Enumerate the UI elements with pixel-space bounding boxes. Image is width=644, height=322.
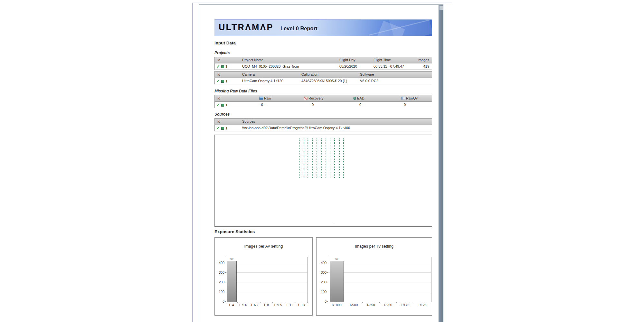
green-square-icon [221,127,224,130]
check-icon: ✓ [216,102,220,107]
chart-gridline [226,263,307,263]
flight-line [317,138,317,178]
y-axis-tick [225,282,226,282]
projects-table-header: Id Project Name Flight Day Flight Time I… [215,57,432,63]
chart-gridline [226,292,307,292]
ead-label: EAD [357,96,365,100]
tv-setting-chart: Images per Tv setting01002003004001/1000… [316,237,432,316]
col-header-ead: EAD [353,95,365,101]
subsection-sources: Sources [214,112,230,117]
y-axis-tick-label: 0 [318,299,327,303]
col-header-calibration: Calibration [301,71,318,78]
projects-table: Id Project Name Flight Day Flight Time I… [214,57,432,70]
bar-value-label: 419 [328,258,345,260]
flight-line [343,138,344,178]
chart-title: Images per Tv setting [317,244,432,249]
y-axis-tick-label: 300 [318,270,327,274]
camera-table: Id Camera Calibration Software ✓1 UltraC… [214,71,432,84]
x-axis-tick-label: 1/175 [396,303,413,307]
software-version: V6.0.0 RC2 [360,78,378,84]
y-axis-tick [327,263,328,263]
rawqv-icon [401,97,405,100]
col-header-recovery: Recovery [304,95,323,101]
bar [227,261,237,302]
x-axis-tick [431,302,431,303]
raw-label: Raw [264,96,271,100]
vertical-scrollbar[interactable] [439,5,443,322]
col-header-day: Flight Day [339,57,355,63]
flight-line [312,138,313,178]
green-square-icon [221,104,224,107]
check-icon: ✓ [216,126,220,130]
flight-day: 08/20/2020 [339,63,357,70]
window-top-edge [192,3,452,3]
col-header-raw: Raw [259,95,271,101]
y-axis-tick [225,263,226,263]
y-axis-tick-label: 300 [216,270,224,274]
x-axis-tick-label: F 13 [296,303,307,307]
y-axis-tick [327,292,328,292]
scroll-up-button[interactable] [439,5,443,10]
camera-name: UltraCam Osprey 4.1 f120 [242,78,283,84]
report-header-banner: ULTRΛMΛP Level-0 Report [214,19,432,36]
chart-gridline [226,272,307,273]
flight-lines-map [214,135,432,227]
y-axis-tick-label: 100 [216,290,224,294]
report-title: Level-0 Report [280,25,317,32]
col-header-images: Images [418,57,429,63]
flight-time: 06:53:11 - 07:49:47 [374,63,404,70]
y-axis-tick-label: 400 [216,261,224,265]
window-left-edge [192,3,193,322]
row-status: ✓1 [216,78,227,84]
flight-line [326,138,326,178]
flight-line [330,138,330,178]
rawqv-label: RawQv [406,96,418,100]
x-axis-tick-label: 1/350 [362,303,379,307]
row-id: 1 [225,79,227,83]
y-axis-tick [225,292,226,292]
section-exposure-statistics: Exposure Statistics [214,229,255,234]
col-header-id: Id [217,71,220,78]
av-setting-chart: Images per Av setting0100200300400F 4419… [214,237,313,316]
row-id: 1 [225,65,227,69]
col-header-software: Software [360,71,374,78]
calibration-value: 434S72303X615005-f120 [1] [301,78,347,84]
row-status: ✓1 [216,102,227,108]
x-axis-tick-label: 1/500 [345,303,362,307]
y-axis-tick-label: 400 [318,261,327,265]
check-icon: ✓ [216,64,220,69]
section-input-data: Input Data [214,41,236,45]
subsection-projects: Projects [214,51,230,55]
row-id: 1 [225,126,227,130]
project-name: UCO_M4_0105_200820_Graz_5cm [242,63,299,70]
row-status: ✓1 [216,63,227,70]
row-status: ✓1 [216,125,227,131]
x-axis-tick-label: 1/1000 [328,303,345,307]
bar [330,261,344,302]
x-axis-tick-label: F 11 [284,303,296,307]
green-square-icon [221,80,224,83]
ultramap-logo: ULTRΛMΛP [219,23,274,33]
source-path: \\vx-lab-nas-d02\Data\Demo\inProgress2\U… [242,125,350,131]
y-axis-tick [225,272,226,273]
green-square-icon [221,65,224,68]
col-header-id: Id [217,118,220,125]
x-axis-tick-label: F 9.5 [272,303,284,307]
table-row: ✓1 UCO_M4_0105_200820_Graz_5cm 08/20/202… [215,63,432,70]
sources-table-header: Id Sources [215,118,432,125]
chart-title: Images per Av setting [215,244,312,249]
y-axis-tick-label: 200 [318,280,327,284]
x-axis-tick-label: F 5.6 [237,303,249,307]
flight-line [334,138,335,178]
ead-missing-count: 0 [359,102,361,108]
missing-files-table: Id Raw Recovery EAD RawQv ✓1 0 0 0 0 [214,95,432,108]
y-axis-tick [327,282,328,282]
x-axis-tick [307,302,308,303]
check-icon: ✓ [216,79,220,83]
subsection-missing: Missing Raw Data Files [214,89,257,93]
x-axis-tick-label: 1/125 [414,303,431,307]
y-axis-tick-label: 100 [318,290,327,294]
chart-gridline [226,282,307,282]
recovery-icon [304,97,308,100]
flight-line [304,138,304,178]
